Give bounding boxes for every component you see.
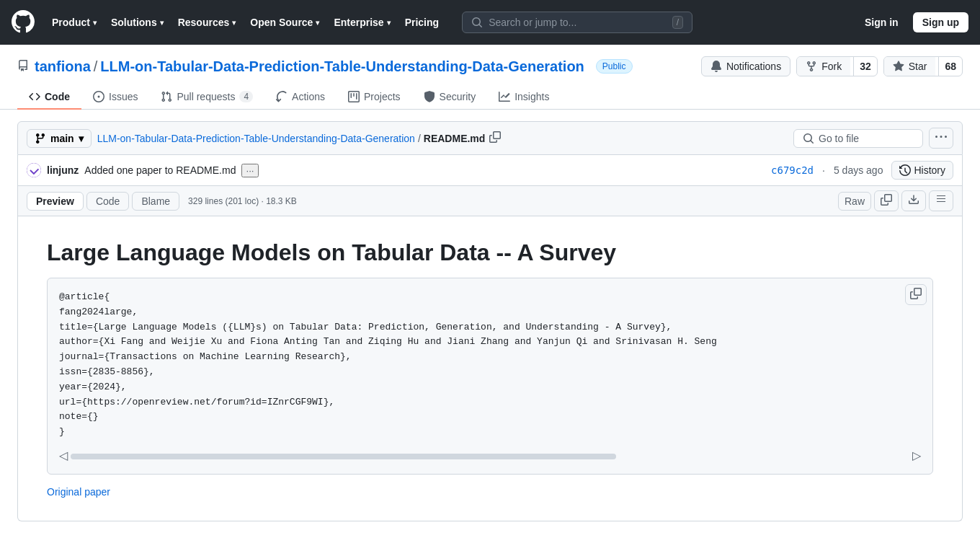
original-paper-link[interactable]: Original paper (47, 486, 110, 498)
chevron-down-icon: ▾ (79, 133, 84, 144)
insights-icon (499, 91, 510, 102)
pr-icon (161, 91, 172, 102)
raw-button[interactable]: Raw (838, 192, 871, 211)
go-to-file-button[interactable]: Go to file (793, 129, 923, 148)
repo-title-row: tanfiona / LLM-on-Tabular-Data-Predictio… (17, 56, 963, 76)
bibtex-content: @article{ fang2024large, title={Large La… (59, 290, 921, 440)
scrollbar-track[interactable] (71, 454, 909, 459)
site-header: Product ▾ Solutions ▾ Resources ▾ Open S… (0, 0, 980, 45)
nav-solutions[interactable]: Solutions ▾ (105, 12, 169, 32)
history-icon (899, 164, 911, 176)
more-options-button[interactable] (929, 128, 953, 149)
repo-tabs: Code Issues Pull requests 4 Actions Pr (17, 85, 963, 109)
copy-raw-button[interactable] (874, 190, 899, 211)
commit-author[interactable]: linjunz (47, 164, 79, 176)
github-logo[interactable] (12, 10, 35, 35)
scroll-left-icon[interactable]: ◁ (59, 449, 68, 462)
current-file: README.md (424, 133, 486, 144)
bibtex-block: @article{ fang2024large, title={Large La… (47, 278, 933, 475)
chevron-down-icon: ▾ (160, 19, 164, 27)
projects-icon (348, 91, 360, 102)
code-icon (29, 91, 40, 102)
commit-left: linjunz Added one paper to README.md ··· (27, 163, 259, 177)
file-tabs-right: Raw (838, 190, 953, 211)
chevron-down-icon: ▾ (232, 19, 236, 27)
nav-product[interactable]: Product ▾ (46, 12, 102, 32)
scrollbar-thumb (71, 454, 616, 459)
nav-resources[interactable]: Resources ▾ (172, 12, 242, 32)
pr-count: 4 (239, 91, 253, 102)
markdown-body: Large Language Models on Tabular Data --… (17, 216, 963, 521)
chevron-down-icon: ▾ (316, 19, 319, 27)
file-container: main ▾ LLM-on-Tabular-Data-Prediction-Ta… (0, 110, 980, 533)
breadcrumb: tanfiona / LLM-on-Tabular-Data-Predictio… (35, 58, 584, 75)
fork-count[interactable]: 32 (853, 57, 877, 76)
branch-selector[interactable]: main ▾ (27, 129, 92, 148)
file-tabs-left: Preview Code Blame 329 lines (201 loc) ·… (27, 192, 303, 211)
download-button[interactable] (901, 190, 926, 211)
page-title: Large Language Models on Tabular Data --… (47, 239, 933, 266)
nav-enterprise[interactable]: Enterprise ▾ (328, 12, 396, 32)
tab-pull-requests[interactable]: Pull requests 4 (149, 85, 264, 110)
tab-security[interactable]: Security (412, 85, 488, 110)
avatar (27, 163, 41, 177)
tab-code[interactable]: Code (17, 85, 81, 110)
sign-in-button[interactable]: Sign in (856, 13, 907, 32)
branch-icon (35, 133, 46, 144)
lines-button[interactable] (929, 190, 953, 211)
tab-issues[interactable]: Issues (81, 85, 149, 110)
commit-sha-link[interactable]: c679c2d (771, 164, 814, 176)
star-icon (893, 61, 904, 72)
scroll-right-icon[interactable]: ▷ (912, 449, 921, 462)
file-breadcrumb-bar: main ▾ LLM-on-Tabular-Data-Prediction-Ta… (17, 121, 963, 155)
tab-blame[interactable]: Blame (132, 192, 179, 211)
commit-dot: · (822, 164, 825, 176)
commit-message: Added one paper to README.md (84, 164, 236, 176)
tab-projects[interactable]: Projects (337, 85, 412, 110)
download-icon (908, 194, 919, 206)
copy-code-button[interactable] (905, 284, 927, 305)
search-icon (803, 133, 814, 144)
file-tabs-bar: Preview Code Blame 329 lines (201 loc) ·… (17, 186, 963, 216)
original-paper-link-container: Original paper (47, 486, 933, 498)
commit-right: c679c2d · 5 days ago History (771, 161, 953, 180)
file-path: LLM-on-Tabular-Data-Prediction-Table-Und… (97, 130, 503, 146)
star-group: Star 68 (883, 56, 963, 76)
nav-pricing[interactable]: Pricing (399, 12, 445, 32)
file-breadcrumb-left: main ▾ LLM-on-Tabular-Data-Prediction-Ta… (27, 129, 502, 148)
sign-up-button[interactable]: Sign up (913, 12, 968, 32)
bell-icon (710, 61, 722, 72)
copy-icon (910, 288, 922, 299)
header-actions: Sign in Sign up (856, 12, 968, 32)
repo-link[interactable]: LLM-on-Tabular-Data-Prediction-Table-Und… (100, 58, 584, 75)
tab-code[interactable]: Code (86, 192, 129, 211)
lines-icon (935, 194, 947, 206)
search-bar[interactable]: Search or jump to... / (462, 12, 692, 33)
history-button[interactable]: History (891, 161, 953, 180)
kebab-icon (935, 131, 947, 143)
repo-icon (17, 60, 29, 74)
chevron-down-icon: ▾ (93, 19, 97, 27)
owner-link[interactable]: tanfiona (35, 58, 91, 75)
fork-button[interactable]: Fork (797, 57, 850, 76)
tab-preview[interactable]: Preview (27, 192, 84, 211)
copy-icon (881, 194, 892, 206)
commit-expand-button[interactable]: ··· (241, 164, 258, 177)
repo-path-link[interactable]: LLM-on-Tabular-Data-Prediction-Table-Und… (97, 133, 415, 144)
fork-icon (806, 61, 817, 72)
security-icon (424, 91, 435, 102)
chevron-down-icon: ▾ (387, 19, 391, 27)
search-icon (471, 17, 483, 28)
file-meta: 329 lines (201 loc) · 18.3 KB (182, 193, 303, 209)
visibility-badge: Public (596, 59, 633, 74)
actions-icon (276, 91, 288, 102)
fork-group: Fork 32 (796, 56, 878, 76)
nav-open-source[interactable]: Open Source ▾ (244, 12, 325, 32)
star-button[interactable]: Star (884, 57, 936, 76)
tab-actions[interactable]: Actions (264, 85, 337, 110)
commit-bar: linjunz Added one paper to README.md ···… (17, 155, 963, 186)
tab-insights[interactable]: Insights (487, 85, 561, 110)
star-count[interactable]: 68 (938, 57, 962, 76)
notifications-button[interactable]: Notifications (701, 56, 790, 76)
copy-path-icon[interactable] (488, 130, 502, 146)
